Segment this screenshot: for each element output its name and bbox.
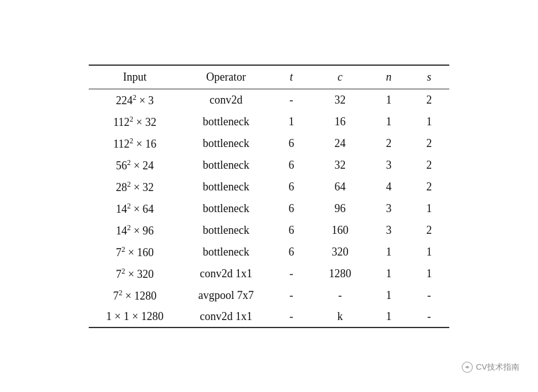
cell-s: 1 <box>409 198 449 220</box>
cell-operator: bottleneck <box>181 111 271 133</box>
cell-n: 3 <box>369 220 409 241</box>
cell-n: 1 <box>369 89 409 111</box>
table-row: 72 × 160bottleneck632011 <box>89 241 449 263</box>
watermark: CV技术指南 <box>461 361 519 373</box>
cell-t: - <box>271 306 312 327</box>
cell-t: - <box>271 89 312 111</box>
cell-input: 72 × 320 <box>89 263 181 285</box>
header-s: s <box>409 65 449 89</box>
header-t: t <box>271 65 312 89</box>
cell-s: 2 <box>409 220 449 241</box>
cell-c: 160 <box>312 220 369 241</box>
cell-t: 6 <box>271 241 312 263</box>
cell-operator: bottleneck <box>181 154 271 176</box>
cell-s: - <box>409 306 449 327</box>
cell-c: 64 <box>312 176 369 198</box>
cell-operator: conv2d 1x1 <box>181 306 271 327</box>
watermark-icon <box>461 361 473 373</box>
cell-t: 6 <box>271 154 312 176</box>
cell-operator: bottleneck <box>181 220 271 241</box>
cell-t: 6 <box>271 176 312 198</box>
cell-input: 1122 × 16 <box>89 133 181 154</box>
table-row: 1122 × 32bottleneck11611 <box>89 111 449 133</box>
table-row: 1122 × 16bottleneck62422 <box>89 133 449 154</box>
header-input: Input <box>89 65 181 89</box>
cell-operator: bottleneck <box>181 176 271 198</box>
table-row: 142 × 64bottleneck69631 <box>89 198 449 220</box>
cell-c: 96 <box>312 198 369 220</box>
cell-s: 2 <box>409 89 449 111</box>
cell-input: 562 × 24 <box>89 154 181 176</box>
table-row: 142 × 96bottleneck616032 <box>89 220 449 241</box>
header-n: n <box>369 65 409 89</box>
cell-s: 2 <box>409 154 449 176</box>
cell-operator: bottleneck <box>181 198 271 220</box>
cell-operator: conv2d 1x1 <box>181 263 271 285</box>
architecture-table: Input Operator t c n s 2242 × 3conv2d-32… <box>89 65 449 328</box>
table-body: 2242 × 3conv2d-32121122 × 32bottleneck11… <box>89 89 449 327</box>
cell-input: 2242 × 3 <box>89 89 181 111</box>
table-row: 562 × 24bottleneck63232 <box>89 154 449 176</box>
cell-s: - <box>409 285 449 306</box>
cell-n: 1 <box>369 306 409 327</box>
cell-operator: bottleneck <box>181 241 271 263</box>
cell-t: 6 <box>271 220 312 241</box>
cell-input: 72 × 160 <box>89 241 181 263</box>
cell-c: 320 <box>312 241 369 263</box>
cell-s: 1 <box>409 263 449 285</box>
header-operator: Operator <box>181 65 271 89</box>
cell-operator: avgpool 7x7 <box>181 285 271 306</box>
cell-t: 6 <box>271 198 312 220</box>
cell-c: - <box>312 285 369 306</box>
table-row: 72 × 320conv2d 1x1-128011 <box>89 263 449 285</box>
cell-s: 1 <box>409 241 449 263</box>
cell-c: 1280 <box>312 263 369 285</box>
header-c: c <box>312 65 369 89</box>
cell-n: 3 <box>369 154 409 176</box>
cell-input: 282 × 32 <box>89 176 181 198</box>
cell-c: 16 <box>312 111 369 133</box>
cell-n: 1 <box>369 285 409 306</box>
cell-s: 2 <box>409 176 449 198</box>
cell-c: k <box>312 306 369 327</box>
cell-s: 2 <box>409 133 449 154</box>
cell-c: 32 <box>312 89 369 111</box>
cell-c: 32 <box>312 154 369 176</box>
cell-n: 1 <box>369 263 409 285</box>
cell-t: 6 <box>271 133 312 154</box>
cell-operator: bottleneck <box>181 133 271 154</box>
cell-n: 4 <box>369 176 409 198</box>
table-row: 282 × 32bottleneck66442 <box>89 176 449 198</box>
table-header-row: Input Operator t c n s <box>89 65 449 89</box>
watermark-text: CV技术指南 <box>476 362 519 373</box>
cell-input: 72 × 1280 <box>89 285 181 306</box>
cell-input: 1 × 1 × 1280 <box>89 306 181 327</box>
cell-input: 1122 × 32 <box>89 111 181 133</box>
table-container: Input Operator t c n s 2242 × 3conv2d-32… <box>76 52 462 341</box>
table-row: 72 × 1280avgpool 7x7--1- <box>89 285 449 306</box>
cell-n: 3 <box>369 198 409 220</box>
cell-input: 142 × 64 <box>89 198 181 220</box>
table-row: 2242 × 3conv2d-3212 <box>89 89 449 111</box>
cell-t: 1 <box>271 111 312 133</box>
cell-operator: conv2d <box>181 89 271 111</box>
cell-t: - <box>271 263 312 285</box>
cell-n: 1 <box>369 111 409 133</box>
table-row: 1 × 1 × 1280conv2d 1x1-k1- <box>89 306 449 327</box>
cell-s: 1 <box>409 111 449 133</box>
cell-t: - <box>271 285 312 306</box>
cell-c: 24 <box>312 133 369 154</box>
cell-input: 142 × 96 <box>89 220 181 241</box>
cell-n: 1 <box>369 241 409 263</box>
cell-n: 2 <box>369 133 409 154</box>
